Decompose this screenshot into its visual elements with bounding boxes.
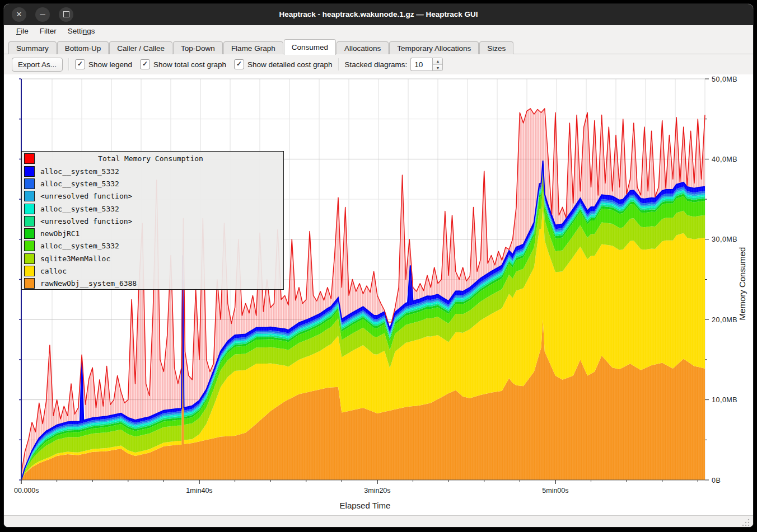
checkbox-label: Show detailed cost graph bbox=[247, 60, 333, 69]
legend-swatch-icon bbox=[24, 241, 35, 251]
window-title: Heaptrack - heaptrack.wakunode.1.gz — He… bbox=[4, 4, 753, 25]
checkbox-show-legend[interactable]: ✓Show legend bbox=[75, 59, 132, 69]
legend-title-row: Total Memory Consumption bbox=[22, 152, 283, 165]
legend-item: sqlite3MemMalloc bbox=[22, 252, 283, 265]
legend-swatch-icon bbox=[24, 166, 35, 177]
checkmark-icon: ✓ bbox=[75, 59, 85, 69]
y-tick-label: 10,0MB bbox=[712, 396, 737, 404]
toolbar: Export As... ✓Show legend✓Show total cos… bbox=[4, 54, 753, 74]
stacked-diagrams-input[interactable] bbox=[410, 58, 432, 71]
legend-label: alloc__system_5332 bbox=[40, 205, 119, 213]
legend-swatch-icon bbox=[24, 278, 35, 289]
legend-label: alloc__system_5332 bbox=[40, 180, 119, 188]
resize-grip[interactable] bbox=[742, 519, 750, 526]
menu-file[interactable]: File bbox=[11, 25, 34, 37]
legend-item: <unresolved function> bbox=[22, 190, 283, 203]
checkbox-label: Show total cost graph bbox=[153, 60, 226, 69]
stepper-down-icon[interactable]: ▼ bbox=[433, 65, 442, 71]
legend-item: <unresolved function> bbox=[22, 215, 283, 227]
legend-label: <unresolved function> bbox=[40, 192, 132, 200]
legend-swatch-icon bbox=[24, 228, 35, 239]
y-axis-title: Memory Consumed bbox=[737, 247, 747, 321]
legend-label: calloc bbox=[40, 267, 67, 275]
legend-label: alloc__system_5332 bbox=[40, 242, 119, 250]
legend-item: calloc bbox=[22, 265, 283, 277]
stacked-diagrams-stepper[interactable]: ▲ ▼ bbox=[410, 58, 443, 71]
export-as-button[interactable]: Export As... bbox=[12, 58, 63, 72]
legend-swatch-icon bbox=[24, 204, 35, 214]
legend-swatch-icon bbox=[24, 266, 35, 276]
legend-label: sqlite3MemMalloc bbox=[40, 255, 110, 263]
checkbox-show-total-cost-graph[interactable]: ✓Show total cost graph bbox=[140, 59, 226, 69]
menu-settings[interactable]: Settings bbox=[62, 25, 101, 37]
app-window: ✕ ─ Heaptrack - heaptrack.wakunode.1.gz … bbox=[3, 3, 754, 528]
legend-item: alloc__system_5332 bbox=[22, 165, 283, 177]
x-tick-label: 1min40s bbox=[186, 487, 212, 495]
y-tick-label: 20,0MB bbox=[712, 316, 737, 324]
checkbox-label: Show legend bbox=[88, 60, 132, 69]
y-tick-label: 50,0MB bbox=[712, 76, 737, 83]
checkmark-icon: ✓ bbox=[234, 59, 244, 69]
legend-label: rawNewObj__system_6388 bbox=[40, 279, 137, 288]
stepper-up-icon[interactable]: ▲ bbox=[433, 58, 442, 65]
y-tick-label: 40,0MB bbox=[712, 156, 737, 163]
stacked-diagrams-label: Stacked diagrams: bbox=[345, 60, 408, 69]
y-tick-label: 0B bbox=[712, 477, 721, 484]
legend-item: newObjRC1 bbox=[22, 227, 283, 239]
legend-item: rawNewObj__system_6388 bbox=[22, 277, 283, 290]
menu-bar: FileFilterSettings bbox=[4, 25, 753, 39]
legend-swatch-icon bbox=[24, 216, 35, 227]
legend-swatch-icon bbox=[24, 178, 35, 189]
legend-label: Total Memory Consumption bbox=[35, 154, 267, 163]
legend-swatch-icon bbox=[24, 191, 35, 201]
title-bar[interactable]: ✕ ─ Heaptrack - heaptrack.wakunode.1.gz … bbox=[4, 4, 753, 25]
legend-item: alloc__system_5332 bbox=[22, 177, 283, 190]
legend-label: <unresolved function> bbox=[40, 217, 132, 225]
y-tick-label: 30,0MB bbox=[712, 236, 737, 243]
legend-swatch-icon bbox=[24, 153, 35, 164]
status-bar bbox=[4, 515, 753, 528]
x-axis-title: Elapsed Time bbox=[340, 501, 391, 510]
menu-filter[interactable]: Filter bbox=[34, 25, 62, 37]
chart-legend: Total Memory Consumptionalloc__system_53… bbox=[21, 151, 284, 290]
x-tick-label: 00.000s bbox=[14, 487, 39, 495]
legend-label: newObjRC1 bbox=[40, 229, 80, 238]
x-tick-label: 5min00s bbox=[542, 487, 568, 495]
x-tick-label: 3min20s bbox=[364, 487, 390, 495]
tab-consumed[interactable]: Consumed bbox=[284, 39, 336, 55]
legend-item: alloc__system_5332 bbox=[22, 240, 283, 252]
memory-consumption-chart[interactable]: 0B10,0MB20,0MB30,0MB40,0MB50,0MB00.000s1… bbox=[4, 74, 754, 515]
legend-item: alloc__system_5332 bbox=[22, 203, 283, 215]
legend-swatch-icon bbox=[24, 253, 35, 264]
checkbox-show-detailed-cost-graph[interactable]: ✓Show detailed cost graph bbox=[234, 59, 333, 69]
consumed-chart-panel: 0B10,0MB20,0MB30,0MB40,0MB50,0MB00.000s1… bbox=[4, 74, 753, 515]
checkmark-icon: ✓ bbox=[140, 59, 150, 69]
legend-label: alloc__system_5332 bbox=[40, 167, 119, 176]
tab-bar: SummaryBottom-UpCaller / CalleeTop-DownF… bbox=[4, 39, 753, 54]
toolbar-separator bbox=[68, 58, 69, 70]
toolbar-separator bbox=[338, 58, 339, 70]
